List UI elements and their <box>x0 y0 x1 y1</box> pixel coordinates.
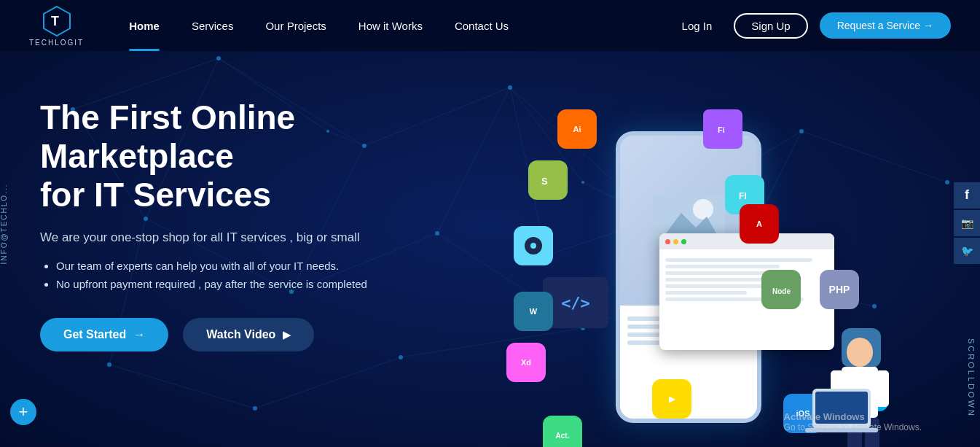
svg-text:Fl: Fl <box>739 191 747 201</box>
svg-point-59 <box>530 243 536 249</box>
svg-rect-60 <box>771 279 791 300</box>
tech-xd: Xd <box>506 343 546 382</box>
navbar: T TECHLOGIT Home Services Our Projects H… <box>0 0 980 51</box>
hero-title: The First Online Marketplace for IT Serv… <box>40 98 477 214</box>
activate-subtitle: Go to Settings to activate Windows. <box>784 422 922 432</box>
activate-title: Activate Windows <box>784 411 922 422</box>
brand-name: TECHLOGIT <box>29 39 84 47</box>
tech-react <box>514 226 553 265</box>
svg-rect-49 <box>652 195 725 246</box>
play-icon: ▶ <box>283 329 291 341</box>
svg-rect-56 <box>734 184 755 205</box>
code-icon: </> <box>543 277 608 328</box>
hero-left: The First Online Marketplace for IT Serv… <box>40 91 477 351</box>
login-button[interactable]: Log In <box>672 14 723 38</box>
nav-projects[interactable]: Our Projects <box>249 0 342 51</box>
svg-text:T: T <box>51 14 59 28</box>
svg-point-52 <box>714 120 732 138</box>
phone-mockup <box>616 131 761 423</box>
browser-dot-yellow <box>673 239 678 244</box>
nav-right: Log In Sign Up Request a Service → <box>672 12 951 39</box>
watch-video-label: Watch Video <box>206 328 275 341</box>
instagram-icon[interactable]: 📷 <box>954 210 980 236</box>
svg-rect-54 <box>538 170 558 190</box>
hero-section: The First Online Marketplace for IT Serv… <box>0 51 980 447</box>
svg-point-62 <box>847 338 873 367</box>
activate-windows: Activate Windows Go to Settings to activ… <box>784 411 922 432</box>
nav-contact[interactable]: Contact Us <box>439 0 525 51</box>
browser-dot-red <box>665 239 670 244</box>
hero-bullets: Our team of experts can help you with al… <box>40 260 477 290</box>
arrow-icon: → <box>133 328 145 341</box>
svg-marker-51 <box>659 213 721 242</box>
hero-illustration: </> Ai Fi S Fl A Node PHP W Xd iOS Act. … <box>499 102 951 447</box>
get-started-button[interactable]: Get Started → <box>40 318 168 351</box>
tech-figma: Fi <box>703 109 742 149</box>
tech-angular: A <box>740 204 779 244</box>
svg-point-58 <box>525 237 542 254</box>
signup-button[interactable]: Sign Up <box>734 13 807 39</box>
svg-rect-63 <box>842 367 878 418</box>
tech-wordpress: W <box>514 292 553 331</box>
svg-text:Node: Node <box>772 287 791 295</box>
browser-mockup <box>659 233 834 350</box>
watch-video-button[interactable]: Watch Video ▶ <box>183 318 314 351</box>
nav-how-it-works[interactable]: How it Works <box>342 0 439 51</box>
tech-play: ▶ <box>652 379 691 419</box>
logo-area[interactable]: T TECHLOGIT <box>29 5 84 47</box>
hero-subtitle: We are your one-stop shop for all IT ser… <box>40 230 477 245</box>
logo-icon: T <box>41 5 73 37</box>
social-sidebar: f 📷 🐦 <box>954 182 980 265</box>
bullet-2: No upfront payment required , pay after … <box>56 278 477 290</box>
browser-content <box>659 249 834 310</box>
tech-php: PHP <box>820 270 859 309</box>
phone-bottom <box>620 306 757 419</box>
tech-python: Py <box>842 328 881 368</box>
svg-text:S: S <box>541 176 548 187</box>
svg-rect-65 <box>876 370 889 407</box>
hero-buttons: Get Started → Watch Video ▶ <box>40 318 477 351</box>
tech-flutter: Fl <box>725 175 764 214</box>
nav-links: Home Services Our Projects How it Works … <box>113 0 671 51</box>
tech-activate: Act. <box>543 416 582 447</box>
tech-node: Node <box>761 270 801 309</box>
info-text: INFO@TECHLO... <box>0 183 11 264</box>
browser-dot-green <box>681 239 686 244</box>
svg-text:Fi: Fi <box>718 125 725 134</box>
nav-home[interactable]: Home <box>113 0 176 51</box>
hero-title-line1: The First Online Marketplace <box>40 98 295 175</box>
svg-point-50 <box>693 199 713 219</box>
twitter-icon[interactable]: 🐦 <box>954 238 980 264</box>
tech-shopify: S <box>528 160 568 200</box>
request-service-button[interactable]: Request a Service → <box>820 12 951 39</box>
hero-title-line2: for IT Services <box>40 176 271 214</box>
bullet-1: Our team of experts can help you with al… <box>56 260 477 272</box>
tech-ai: Ai <box>557 109 597 149</box>
phone-screen <box>620 136 757 306</box>
svg-rect-64 <box>831 370 844 407</box>
tech-ps: Ps <box>849 372 888 411</box>
facebook-icon[interactable]: f <box>954 182 980 209</box>
scroll-down: SCROLLDOWN <box>967 338 980 418</box>
browser-bar <box>659 233 834 249</box>
nav-services[interactable]: Services <box>176 0 250 51</box>
get-started-label: Get Started <box>63 328 126 341</box>
plus-button[interactable]: + <box>10 399 36 425</box>
